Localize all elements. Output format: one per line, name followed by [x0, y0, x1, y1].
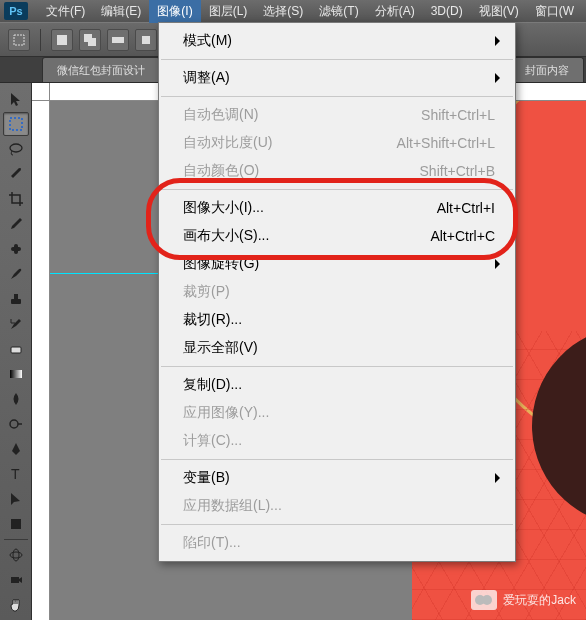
menu-label: 裁切(R)... [183, 311, 495, 329]
menu-bar: Ps 文件(F) 编辑(E) 图像(I) 图层(L) 选择(S) 滤镜(T) 分… [0, 0, 586, 22]
svg-rect-4 [112, 37, 124, 43]
svg-point-7 [10, 144, 22, 152]
dodge-tool-icon[interactable] [3, 412, 29, 436]
menu-label: 变量(B) [183, 469, 495, 487]
menu-label: 调整(A) [183, 69, 495, 87]
menu-item-trim[interactable]: 裁切(R)... [159, 306, 515, 334]
document-tab[interactable]: 微信红包封面设计 [42, 57, 160, 82]
menu-item-apply-data-set: 应用数据组(L)... [159, 492, 515, 520]
menu-shortcut: Alt+Ctrl+I [437, 200, 495, 216]
menu-3d[interactable]: 3D(D) [423, 1, 471, 21]
tool-preset-icon[interactable] [8, 29, 30, 51]
menu-item-mode[interactable]: 模式(M) [159, 27, 515, 55]
ruler-corner [32, 83, 50, 101]
svg-point-18 [10, 552, 22, 558]
menu-label: 自动色调(N) [183, 106, 421, 124]
app-logo: Ps [4, 2, 28, 20]
magic-wand-tool-icon[interactable] [3, 162, 29, 186]
menu-separator [161, 366, 513, 367]
3d-camera-tool-icon[interactable] [3, 568, 29, 592]
menu-label: 模式(M) [183, 32, 495, 50]
menu-label: 应用数据组(L)... [183, 497, 495, 515]
healing-brush-tool-icon[interactable] [3, 237, 29, 261]
menu-item-auto-tone: 自动色调(N)Shift+Ctrl+L [159, 101, 515, 129]
menu-item-image-rotation[interactable]: 图像旋转(G) [159, 250, 515, 278]
vertical-ruler[interactable] [32, 101, 50, 620]
menu-shortcut: Alt+Shift+Ctrl+L [397, 135, 495, 151]
menu-item-image-size[interactable]: 图像大小(I)...Alt+Ctrl+I [159, 194, 515, 222]
menu-file[interactable]: 文件(F) [38, 0, 93, 23]
image-menu-dropdown: 模式(M) 调整(A) 自动色调(N)Shift+Ctrl+L 自动对比度(U)… [158, 22, 516, 562]
menu-item-calculations: 计算(C)... [159, 427, 515, 455]
menu-label: 复制(D)... [183, 376, 495, 394]
blur-tool-icon[interactable] [3, 387, 29, 411]
type-tool-icon[interactable]: T [3, 462, 29, 486]
tools-panel: T [0, 83, 32, 620]
watermark-text: 爱玩耍的Jack [503, 592, 576, 609]
gradient-tool-icon[interactable] [3, 362, 29, 386]
svg-text:T: T [11, 466, 20, 482]
menu-label: 裁剪(P) [183, 283, 495, 301]
svg-rect-12 [14, 294, 18, 299]
eyedropper-tool-icon[interactable] [3, 212, 29, 236]
menu-label: 自动颜色(O) [183, 162, 420, 180]
path-selection-tool-icon[interactable] [3, 487, 29, 511]
marquee-tool-icon[interactable] [3, 112, 29, 136]
3d-rotate-tool-icon[interactable] [3, 543, 29, 567]
menu-item-crop: 裁剪(P) [159, 278, 515, 306]
svg-rect-20 [11, 577, 19, 583]
selection-new-icon[interactable] [51, 29, 73, 51]
menu-label: 图像旋转(G) [183, 255, 495, 273]
document-tab-right[interactable]: 封面内容 [510, 57, 584, 82]
svg-rect-0 [14, 35, 24, 45]
svg-point-8 [19, 168, 21, 170]
menu-shortcut: Shift+Ctrl+L [421, 107, 495, 123]
menu-filter[interactable]: 滤镜(T) [311, 0, 366, 23]
menu-item-apply-image: 应用图像(Y)... [159, 399, 515, 427]
menu-label: 应用图像(Y)... [183, 404, 495, 422]
clone-stamp-tool-icon[interactable] [3, 287, 29, 311]
menu-separator [161, 459, 513, 460]
selection-intersect-icon[interactable] [135, 29, 157, 51]
menu-item-duplicate[interactable]: 复制(D)... [159, 371, 515, 399]
menu-separator [161, 524, 513, 525]
menu-label: 画布大小(S)... [183, 227, 430, 245]
history-brush-tool-icon[interactable] [3, 312, 29, 336]
tool-separator [4, 539, 28, 540]
svg-rect-3 [88, 38, 96, 46]
svg-rect-17 [11, 519, 21, 529]
svg-rect-11 [11, 299, 21, 304]
menu-edit[interactable]: 编辑(E) [93, 0, 149, 23]
svg-rect-14 [10, 370, 22, 378]
menu-item-adjustments[interactable]: 调整(A) [159, 64, 515, 92]
menu-item-canvas-size[interactable]: 画布大小(S)...Alt+Ctrl+C [159, 222, 515, 250]
svg-rect-5 [142, 36, 150, 44]
menu-separator [161, 59, 513, 60]
menu-shortcut: Shift+Ctrl+B [420, 163, 495, 179]
wechat-icon [471, 590, 497, 610]
menu-item-reveal-all[interactable]: 显示全部(V) [159, 334, 515, 362]
menu-item-variables[interactable]: 变量(B) [159, 464, 515, 492]
menu-select[interactable]: 选择(S) [255, 0, 311, 23]
selection-subtract-icon[interactable] [107, 29, 129, 51]
menu-layer[interactable]: 图层(L) [201, 0, 256, 23]
lasso-tool-icon[interactable] [3, 137, 29, 161]
shape-tool-icon[interactable] [3, 512, 29, 536]
brush-tool-icon[interactable] [3, 262, 29, 286]
move-tool-icon[interactable] [3, 87, 29, 111]
menu-window[interactable]: 窗口(W [527, 0, 582, 23]
svg-rect-1 [57, 35, 67, 45]
menu-item-trap: 陷印(T)... [159, 529, 515, 557]
selection-add-icon[interactable] [79, 29, 101, 51]
menu-view[interactable]: 视图(V) [471, 0, 527, 23]
pen-tool-icon[interactable] [3, 437, 29, 461]
menu-label: 陷印(T)... [183, 534, 495, 552]
menu-analysis[interactable]: 分析(A) [367, 0, 423, 23]
menu-separator [161, 189, 513, 190]
crop-tool-icon[interactable] [3, 187, 29, 211]
eraser-tool-icon[interactable] [3, 337, 29, 361]
hand-tool-icon[interactable] [3, 593, 29, 617]
menu-image[interactable]: 图像(I) [149, 0, 200, 23]
svg-point-19 [13, 549, 19, 561]
menu-item-auto-color: 自动颜色(O)Shift+Ctrl+B [159, 157, 515, 185]
